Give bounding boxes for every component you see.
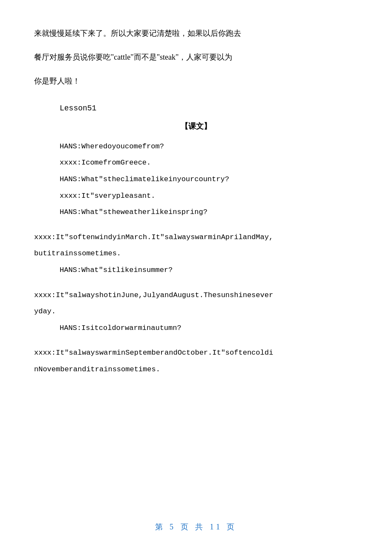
section-label: 【课文】 bbox=[34, 119, 358, 133]
dialogue-hans-1: HANS:Wheredoyoucomefrom? bbox=[60, 140, 358, 153]
dialogue-xxxx-2: xxxx:It"sverypleasant. bbox=[60, 190, 358, 203]
intro-line-3: 你是野人啦！ bbox=[34, 73, 358, 89]
dialogue-hans-3: HANS:What"stheweatherlikeinspring? bbox=[60, 206, 358, 219]
dialogue-hans-5: HANS:Isitcoldorwarminautumn? bbox=[60, 322, 358, 335]
dialogue-xxxx-1: xxxx:IcomefromGreece. bbox=[60, 156, 358, 170]
dialogue-hans-2: HANS:What"stheclimatelikeinyourcountry? bbox=[60, 173, 358, 186]
dialogue-xxxx-4a: xxxx:It"salwayshotinJune,JulyandAugust.T… bbox=[34, 289, 358, 302]
intro-line-1: 来就慢慢延续下来了。所以大家要记清楚啦，如果以后你跑去 bbox=[34, 26, 358, 41]
dialogue-xxxx-3a: xxxx:It"softenwindyinMarch.It"salwayswar… bbox=[34, 231, 358, 244]
dialogue-xxxx-3b: butitrainssometimes. bbox=[34, 247, 358, 260]
dialogue-xxxx-4b: yday. bbox=[34, 305, 358, 318]
dialogue-xxxx-5a: xxxx:It"salwayswarminSeptemberandOctober… bbox=[34, 347, 358, 360]
intro-paragraph: 来就慢慢延续下来了。所以大家要记清楚啦，如果以后你跑去 餐厅对服务员说你要吃"c… bbox=[34, 26, 358, 89]
intro-line-2: 餐厅对服务员说你要吃"cattle"而不是"steak"，人家可要以为 bbox=[34, 49, 358, 65]
lesson-title: Lesson51 bbox=[60, 101, 358, 115]
dialogue-hans-4: HANS:What"sitlikeinsummer? bbox=[60, 264, 358, 277]
page-number-text: 第 5 页 共 11 页 bbox=[155, 523, 237, 531]
dialogue-xxxx-5b: nNovemberanditrainssometimes. bbox=[34, 363, 358, 376]
page-footer: 第 5 页 共 11 页 bbox=[0, 520, 392, 534]
